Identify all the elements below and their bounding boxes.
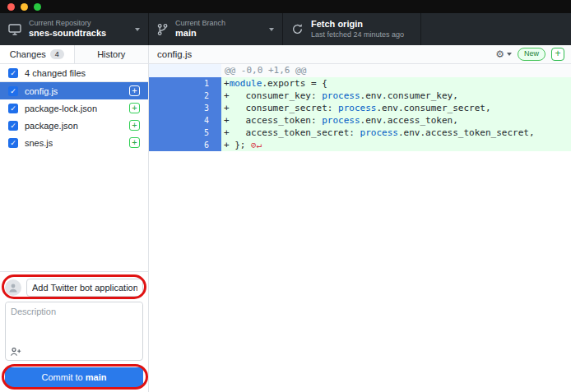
zoom-window-icon[interactable] <box>34 3 41 11</box>
file-checkbox[interactable]: ✓ <box>8 104 18 113</box>
tab-changes-label: Changes <box>10 49 46 59</box>
file-row[interactable]: ✓package.json+ <box>0 117 148 134</box>
git-branch-icon <box>157 23 168 36</box>
commit-area: Commit to main <box>0 271 148 392</box>
file-list: ✓config.js+✓package-lock.json+✓package.j… <box>0 82 148 271</box>
expand-plus-button[interactable]: + <box>551 48 564 61</box>
diff-line: 1+module.exports = { <box>149 77 571 90</box>
diff-code-line: +module.exports = { <box>221 77 571 90</box>
sync-icon <box>291 23 304 35</box>
current-repository-button[interactable]: Current Repository snes-soundtracks <box>0 13 149 45</box>
commit-button[interactable]: Commit to main <box>5 367 143 387</box>
content: Changes 4 History ✓ 4 changed files ✓con… <box>0 45 571 392</box>
tab-history[interactable]: History <box>74 45 149 63</box>
gear-icon: ⚙ <box>495 49 504 59</box>
diff-line: 5+ access_token_secret: process.env.acce… <box>149 127 571 139</box>
diff-header-actions: ⚙ New + <box>495 48 564 61</box>
repository-icon <box>8 24 21 35</box>
diff-line: 3+ consumer_secret: process.env.consumer… <box>149 102 571 114</box>
added-status-icon: + <box>129 85 140 96</box>
toolbar-spacer <box>421 13 571 45</box>
chevron-down-icon <box>507 53 512 56</box>
diff-header: config.js ⚙ New + <box>149 45 571 64</box>
description-box <box>5 302 143 361</box>
diff-line-number[interactable]: 4 <box>149 114 221 127</box>
changed-files-header[interactable]: ✓ 4 changed files <box>0 64 148 82</box>
fetch-sublabel: Last fetched 24 minutes ago <box>311 30 412 39</box>
tab-history-label: History <box>97 49 125 59</box>
diff-line: 2+ consumer_key: process.env.consumer_ke… <box>149 90 571 102</box>
select-all-checkbox[interactable]: ✓ <box>8 68 18 78</box>
branch-name: main <box>175 28 262 39</box>
add-coauthor-icon[interactable] <box>10 347 21 357</box>
current-branch-button[interactable]: Current Branch main <box>149 13 283 45</box>
diff-line-number[interactable]: 5 <box>149 127 221 139</box>
diff-line-number[interactable]: 2 <box>149 90 221 102</box>
added-status-icon: + <box>129 137 140 148</box>
new-badge: New <box>518 48 545 61</box>
summary-row <box>5 279 143 297</box>
added-status-icon: + <box>129 120 140 131</box>
repository-name: snes-soundtracks <box>29 28 128 39</box>
file-checkbox[interactable]: ✓ <box>8 138 18 148</box>
chevron-down-icon <box>135 28 140 31</box>
fetch-text: Fetch origin Last fetched 24 minutes ago <box>311 19 412 39</box>
diff-line: 6+ }; ⊘↵ <box>149 139 571 151</box>
diff-options-button[interactable]: ⚙ <box>495 49 512 59</box>
changes-sidebar: Changes 4 History ✓ 4 changed files ✓con… <box>0 45 149 392</box>
hunk-header-text: @@ -0,0 +1,6 @@ <box>221 64 571 77</box>
file-row[interactable]: ✓config.js+ <box>0 82 148 99</box>
diff-code-line: + access_token: process.env.access_token… <box>221 114 571 127</box>
diff-body: @@ -0,0 +1,6 @@ 1+module.exports = {2+ c… <box>149 64 571 392</box>
app-window: Current Repository snes-soundtracks Curr… <box>0 0 571 392</box>
diff-line: 4+ access_token: process.env.access_toke… <box>149 114 571 127</box>
file-row[interactable]: ✓package-lock.json+ <box>0 99 148 117</box>
sidebar-tabs: Changes 4 History <box>0 45 148 64</box>
file-name: package.json <box>25 121 78 131</box>
minimize-window-icon[interactable] <box>21 3 28 11</box>
file-row[interactable]: ✓snes.js+ <box>0 134 148 151</box>
diff-code-line: + consumer_key: process.env.consumer_key… <box>221 90 571 102</box>
file-name: snes.js <box>25 138 53 148</box>
diff-line-number[interactable]: 1 <box>149 77 221 90</box>
titlebar <box>0 0 571 13</box>
diff-code-line: + consumer_secret: process.env.consumer_… <box>221 102 571 114</box>
commit-button-branch: main <box>86 372 107 382</box>
commit-button-prefix: Commit to <box>42 372 86 382</box>
branch-text: Current Branch main <box>175 19 262 39</box>
file-name: package-lock.json <box>25 104 97 113</box>
diff-code-line: + }; ⊘↵ <box>221 139 571 151</box>
diff-code-line: + access_token_secret: process.env.acces… <box>221 127 571 139</box>
diff-line-number[interactable]: 3 <box>149 102 221 114</box>
avatar <box>5 279 21 296</box>
diff-lines: 1+module.exports = {2+ consumer_key: pro… <box>149 77 571 151</box>
diff-panel: config.js ⚙ New + @@ -0,0 +1,6 @@ 1+modu… <box>149 45 571 392</box>
close-window-icon[interactable] <box>7 3 15 11</box>
changed-files-label: 4 changed files <box>25 68 86 78</box>
chevron-down-icon <box>269 28 274 31</box>
diff-line-number[interactable]: 6 <box>149 139 221 151</box>
file-checkbox[interactable]: ✓ <box>8 121 18 131</box>
fetch-label: Fetch origin <box>311 19 412 30</box>
file-checkbox[interactable]: ✓ <box>8 86 18 96</box>
changes-count-badge: 4 <box>50 49 64 60</box>
commit-summary-input[interactable] <box>26 279 143 297</box>
added-status-icon: + <box>129 103 140 113</box>
repository-text: Current Repository snes-soundtracks <box>29 19 128 39</box>
tab-changes[interactable]: Changes 4 <box>0 45 74 63</box>
diff-file-title: config.js <box>157 49 192 59</box>
repository-label: Current Repository <box>29 19 128 28</box>
branch-label: Current Branch <box>175 19 262 28</box>
commit-description-input[interactable] <box>6 302 142 345</box>
toolbar: Current Repository snes-soundtracks Curr… <box>0 13 571 45</box>
coauthor-row <box>6 345 142 360</box>
hunk-gutter <box>149 64 221 77</box>
fetch-origin-button[interactable]: Fetch origin Last fetched 24 minutes ago <box>283 13 421 45</box>
file-name: config.js <box>25 86 58 96</box>
hunk-header-row: @@ -0,0 +1,6 @@ <box>149 64 571 77</box>
